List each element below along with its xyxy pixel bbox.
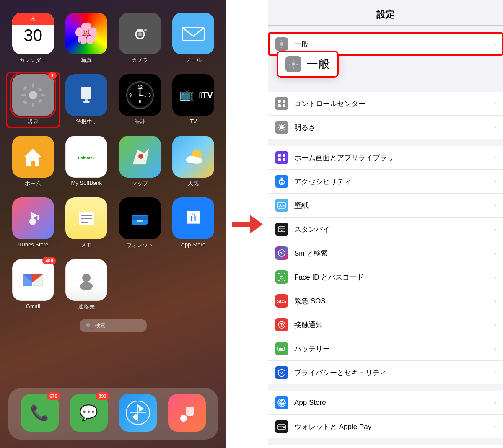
app-wallet[interactable]: ウォレット (115, 197, 165, 249)
svg-rect-114 (284, 273, 285, 274)
settings-row-home-screen[interactable]: ホーム画面とアプリライブラリ › (268, 146, 503, 170)
app-label: メモ (81, 241, 92, 249)
app-keynote[interactable]: 待機中... (62, 74, 111, 126)
settings-row-battery[interactable]: バッテリー › (268, 337, 503, 361)
wallpaper-icon (275, 199, 288, 212)
dock-messages[interactable]: 💬 993 (70, 394, 108, 434)
svg-rect-18 (81, 87, 91, 99)
control-center-label: コントロールセンター (294, 99, 494, 109)
app-notes[interactable]: メモ (62, 197, 111, 249)
svg-rect-83 (289, 64, 290, 65)
appstore-settings-label: App Store (294, 399, 494, 407)
svg-point-117 (280, 276, 281, 277)
app-label: My SoftBank (71, 180, 102, 186)
app-label: 天気 (188, 180, 199, 187)
home-screen-icon (275, 151, 288, 164)
faceid-icon (275, 270, 288, 284)
app-label: 連絡先 (78, 303, 95, 311)
settings-row-control-center[interactable]: コントロールセンター › (268, 92, 503, 116)
svg-point-74 (280, 42, 283, 46)
svg-point-102 (281, 178, 283, 180)
brightness-label: 明るさ (294, 123, 494, 132)
settings-section-2a: コントロールセンター › 明るさ › (268, 92, 503, 139)
app-home[interactable]: ホーム (8, 136, 58, 187)
wallet-settings-icon (275, 420, 288, 433)
app-label: ホーム (25, 180, 41, 187)
settings-row-wallpaper[interactable]: 壁紙 › (268, 194, 503, 218)
svg-rect-113 (278, 273, 280, 274)
exposure-icon (275, 318, 288, 331)
app-weather[interactable]: 天気 (169, 136, 218, 187)
app-itunes[interactable]: iTunes Store (8, 197, 58, 249)
settings-row-privacy[interactable]: プライバシーとセキュリティ › (268, 361, 503, 384)
svg-point-118 (282, 276, 283, 277)
svg-rect-86 (283, 100, 285, 103)
svg-point-29 (139, 94, 141, 96)
svg-rect-116 (284, 280, 285, 281)
settings-row-appstore[interactable]: App Store › (268, 391, 503, 415)
standby-label: スタンバイ (294, 225, 494, 234)
general-icon (275, 37, 288, 51)
svg-rect-75 (281, 40, 282, 41)
settings-row-password[interactable]: パスワード › (268, 445, 503, 448)
svg-rect-53 (137, 220, 143, 222)
app-maps[interactable]: マップ (115, 136, 165, 187)
siri-label: Siri と検索 (294, 249, 494, 258)
svg-rect-115 (278, 280, 280, 281)
settings-badge: 1 (48, 72, 57, 79)
app-camera[interactable]: カメラ (115, 13, 165, 64)
settings-list: 一般 › 一般 コントロールセンター › (268, 26, 503, 448)
app-gmail[interactable]: 400 Gmail (8, 259, 58, 311)
settings-row-faceid[interactable]: Face ID とパスコード › (268, 265, 503, 289)
svg-rect-20 (85, 99, 88, 102)
app-appstore[interactable]: 🅰 App Store (169, 197, 218, 249)
app-empty2 (169, 259, 218, 311)
privacy-icon (275, 366, 288, 379)
svg-point-2 (138, 32, 142, 36)
settings-section-3: ホーム画面とアプリライブラリ › アクセシビリティ › 壁紙 › (268, 146, 503, 384)
search-bar[interactable]: 🔍 検索 (80, 319, 147, 332)
app-label: TV (190, 118, 197, 124)
wallpaper-label: 壁紙 (294, 201, 494, 210)
svg-rect-3 (137, 29, 143, 32)
svg-point-8 (29, 91, 37, 99)
app-contacts[interactable]: 連絡先 (62, 259, 111, 311)
settings-row-exposure[interactable]: 接触通知 › (268, 313, 503, 337)
svg-text:🅰: 🅰 (187, 211, 200, 225)
general-chevron: › (494, 40, 496, 48)
svg-point-63 (82, 274, 91, 282)
app-mail[interactable]: メール (169, 13, 218, 64)
arrow-container (226, 0, 268, 448)
dock-music[interactable] (168, 394, 206, 434)
dock-safari[interactable] (119, 394, 157, 434)
svg-rect-78 (284, 44, 286, 44)
svg-rect-76 (281, 47, 282, 48)
settings-row-brightness[interactable]: 明るさ › (268, 116, 503, 139)
svg-text:📺: 📺 (179, 88, 194, 101)
calendar-month: 木 (12, 13, 54, 25)
svg-rect-77 (277, 44, 279, 44)
settings-row-sos[interactable]: SOS 緊急 SOS › (268, 289, 503, 313)
standby-icon (275, 223, 288, 236)
settings-row-wallet[interactable]: ウォレットと Apple Pay › (268, 415, 503, 438)
calendar-date: 30 (24, 27, 43, 44)
settings-row-siri[interactable]: Siri と検索 › (268, 241, 503, 265)
popup-label: 一般 (306, 56, 330, 72)
search-label: 検索 (95, 322, 106, 329)
settings-panel: 設定 一般 › 一般 (268, 0, 503, 448)
svg-line-95 (283, 129, 285, 130)
app-photos[interactable]: 🌸 写真 (62, 13, 111, 64)
app-settings[interactable]: 1 設定 (8, 74, 58, 126)
svg-point-88 (283, 104, 285, 107)
settings-row-standby[interactable]: スタンバイ › (268, 218, 503, 241)
svg-point-64 (80, 282, 93, 290)
app-softbank[interactable]: SoftBank My SoftBank (62, 136, 111, 187)
svg-rect-87 (278, 104, 281, 107)
settings-row-accessibility[interactable]: アクセシビリティ › (268, 170, 503, 194)
app-tv[interactable]: 📺 TV TV (169, 74, 218, 126)
app-calendar[interactable]: 木 30 カレンダー (8, 13, 58, 64)
svg-text:6: 6 (139, 99, 141, 104)
app-clock[interactable]: 12693 時計 (115, 74, 165, 126)
dock-phone[interactable]: 📞 676 (21, 394, 59, 434)
battery-label: バッテリー (294, 344, 494, 354)
